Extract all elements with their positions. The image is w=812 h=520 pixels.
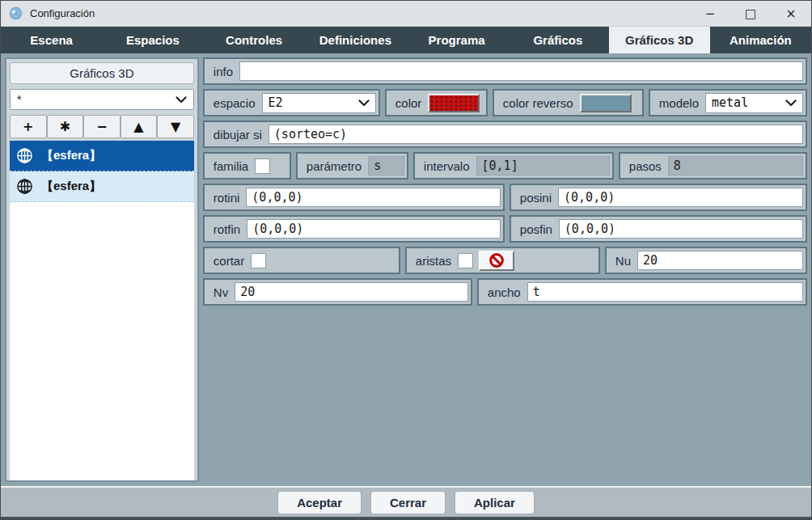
color-reverso-group: color reverso xyxy=(493,89,644,116)
modelo-group: modelo metal xyxy=(649,89,807,116)
window-bottom-edge xyxy=(1,517,811,520)
close-button[interactable]: × xyxy=(771,1,811,26)
ancho-input[interactable] xyxy=(527,282,803,302)
color-reverso-swatch-button[interactable] xyxy=(580,94,632,112)
cortar-checkbox[interactable] xyxy=(251,253,266,268)
tab-programa[interactable]: Programa xyxy=(406,27,507,53)
nu-group: Nu xyxy=(605,247,807,274)
app-icon xyxy=(9,6,23,20)
pasos-field: 8 xyxy=(668,156,803,175)
filter-dropdown[interactable]: * xyxy=(10,89,194,110)
parametro-group: parámetro s xyxy=(296,152,408,180)
cortar-group: cortar xyxy=(203,247,400,274)
tab-escena[interactable]: Escena xyxy=(1,27,102,53)
tab-animacion[interactable]: Animación xyxy=(710,27,811,53)
list-item-label: 【esfera】 xyxy=(41,148,101,163)
chevron-down-icon xyxy=(785,99,797,107)
chevron-down-icon xyxy=(176,96,187,104)
familia-checkbox[interactable] xyxy=(255,159,270,174)
window-title: Configuración xyxy=(30,7,95,19)
move-up-button[interactable]: ▲ xyxy=(121,115,158,138)
rotini-group: rotini xyxy=(203,184,505,211)
posfin-label: posfin xyxy=(520,222,552,236)
list-item[interactable]: 【esfera】 xyxy=(10,141,194,171)
pasos-label: pasos xyxy=(629,159,662,173)
nu-input[interactable] xyxy=(637,251,803,270)
espacio-dropdown-value: E2 xyxy=(269,95,353,110)
info-label: info xyxy=(214,65,233,78)
intervalo-group: intervalo [0,1] xyxy=(413,152,614,180)
espacio-dropdown[interactable]: E2 xyxy=(262,93,376,113)
tab-graficos-3d[interactable]: Gráficos 3D xyxy=(609,27,710,53)
list-toolbar: + ✱ − ▲ ▼ xyxy=(10,115,194,138)
add-item-button[interactable]: + xyxy=(10,115,47,138)
tab-graficos[interactable]: Gráficos xyxy=(507,27,608,53)
aristas-color-button[interactable] xyxy=(479,251,514,271)
window-controls: − □ × xyxy=(690,1,811,26)
rotini-input[interactable] xyxy=(246,188,500,207)
intervalo-label: intervalo xyxy=(424,159,470,173)
color-swatch-button[interactable] xyxy=(428,94,480,112)
move-down-button[interactable]: ▼ xyxy=(157,115,194,138)
aristas-group: aristas xyxy=(405,247,600,274)
rotfin-label: rotfin xyxy=(214,222,240,236)
close-dialog-button[interactable]: Cerrar xyxy=(370,491,446,514)
intervalo-field: [0,1] xyxy=(476,156,610,175)
posini-input[interactable] xyxy=(558,188,803,207)
nv-group: Nv xyxy=(203,278,472,306)
espacio-label: espacio xyxy=(214,96,256,110)
tab-definiciones[interactable]: Definiciones xyxy=(305,27,406,53)
nv-label: Nv xyxy=(214,285,228,299)
familia-group: familia xyxy=(203,152,291,180)
aristas-checkbox[interactable] xyxy=(458,253,473,268)
sphere-icon xyxy=(16,178,33,195)
rotfin-group: rotfin xyxy=(203,215,505,243)
dibujar-si-input[interactable] xyxy=(269,125,803,144)
color-label: color xyxy=(395,96,422,110)
chevron-down-icon xyxy=(358,99,370,107)
maximize-button[interactable]: □ xyxy=(730,1,771,26)
posfin-input[interactable] xyxy=(559,219,803,239)
graphics-3d-object-list: 【esfera】 【esfera】 xyxy=(10,141,194,480)
tab-espacios[interactable]: Espacios xyxy=(102,27,203,53)
posini-label: posini xyxy=(520,191,552,205)
apply-button[interactable]: Aplicar xyxy=(455,491,535,514)
info-group: info xyxy=(203,57,807,85)
modelo-dropdown[interactable]: metal xyxy=(705,93,803,113)
accept-button[interactable]: Aceptar xyxy=(277,491,362,514)
color-group: color xyxy=(385,89,488,116)
list-panel-title: Gráficos 3D xyxy=(10,62,194,84)
rotfin-input[interactable] xyxy=(247,219,501,239)
nu-label: Nu xyxy=(615,254,631,268)
graphic-3d-properties-form: info espacio E2 color xyxy=(203,57,807,482)
nv-input[interactable] xyxy=(235,282,468,302)
sphere-icon xyxy=(16,147,33,164)
no-entry-icon xyxy=(488,252,505,268)
color-reverso-label: color reverso xyxy=(503,96,573,110)
espacio-group: espacio E2 xyxy=(203,89,380,116)
minimize-button[interactable]: − xyxy=(690,1,730,26)
title-bar: Configuración − □ × xyxy=(1,1,811,27)
cortar-label: cortar xyxy=(214,254,244,268)
dibujar-si-group: dibujar si xyxy=(203,120,807,148)
filter-dropdown-value: * xyxy=(17,93,176,106)
modelo-label: modelo xyxy=(659,96,699,110)
info-input[interactable] xyxy=(239,61,803,81)
posfin-group: posfin xyxy=(510,215,807,243)
duplicate-item-button[interactable]: ✱ xyxy=(47,115,84,138)
ancho-group: ancho xyxy=(477,278,807,306)
pasos-group: pasos 8 xyxy=(619,152,807,180)
rotini-label: rotini xyxy=(214,191,240,205)
parametro-label: parámetro xyxy=(307,159,362,173)
remove-item-button[interactable]: − xyxy=(83,115,121,138)
parametro-field: s xyxy=(368,156,404,175)
tab-controles[interactable]: Controles xyxy=(204,27,305,53)
tab-bar: Escena Espacios Controles Definiciones P… xyxy=(1,27,811,53)
familia-label: familia xyxy=(214,159,248,173)
content-area: Gráficos 3D * + ✱ − ▲ ▼ xyxy=(1,53,811,486)
posini-group: posini xyxy=(510,184,807,211)
configuration-window: Configuración − □ × Escena Espacios Cont… xyxy=(0,0,812,520)
dialog-footer: Aceptar Cerrar Aplicar xyxy=(1,486,811,517)
list-item-label: 【esfera】 xyxy=(41,179,101,194)
list-item[interactable]: 【esfera】 xyxy=(10,171,194,202)
